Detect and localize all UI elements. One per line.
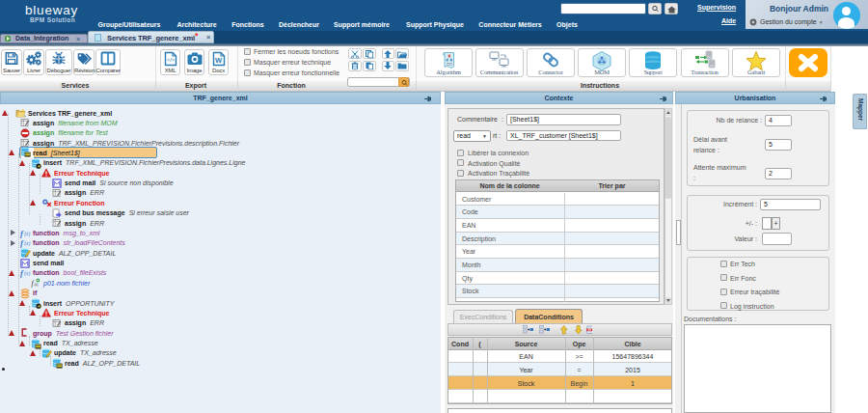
svg-text:(x): (x) [24, 231, 30, 237]
svg-text:(x): (x) [34, 284, 38, 288]
svg-text:(x): (x) [24, 240, 30, 247]
svg-text:</>: </> [166, 57, 175, 63]
svg-text:W: W [214, 56, 222, 65]
svg-text:(x): (x) [24, 271, 30, 278]
